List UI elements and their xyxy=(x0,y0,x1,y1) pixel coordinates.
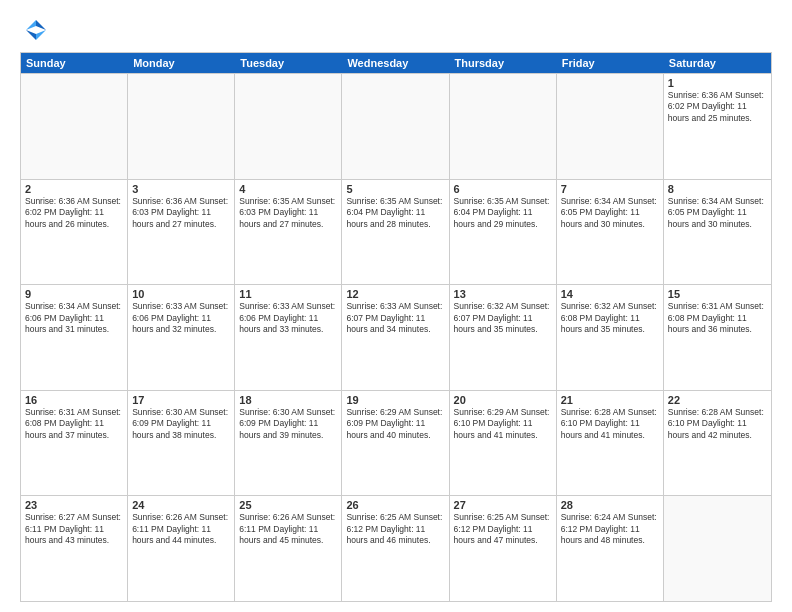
day-info: Sunrise: 6:35 AM Sunset: 6:03 PM Dayligh… xyxy=(239,196,337,230)
calendar-row: 9Sunrise: 6:34 AM Sunset: 6:06 PM Daylig… xyxy=(21,284,771,390)
calendar-cell: 24Sunrise: 6:26 AM Sunset: 6:11 PM Dayli… xyxy=(128,496,235,601)
day-info: Sunrise: 6:35 AM Sunset: 6:04 PM Dayligh… xyxy=(454,196,552,230)
day-info: Sunrise: 6:25 AM Sunset: 6:12 PM Dayligh… xyxy=(454,512,552,546)
day-info: Sunrise: 6:36 AM Sunset: 6:02 PM Dayligh… xyxy=(668,90,767,124)
calendar-cell: 5Sunrise: 6:35 AM Sunset: 6:04 PM Daylig… xyxy=(342,180,449,285)
calendar-cell: 26Sunrise: 6:25 AM Sunset: 6:12 PM Dayli… xyxy=(342,496,449,601)
weekday-header: Thursday xyxy=(450,53,557,73)
day-number: 22 xyxy=(668,394,767,406)
calendar-cell xyxy=(128,74,235,179)
day-number: 3 xyxy=(132,183,230,195)
day-info: Sunrise: 6:34 AM Sunset: 6:05 PM Dayligh… xyxy=(561,196,659,230)
header xyxy=(20,16,772,44)
day-number: 24 xyxy=(132,499,230,511)
day-info: Sunrise: 6:27 AM Sunset: 6:11 PM Dayligh… xyxy=(25,512,123,546)
calendar-cell xyxy=(450,74,557,179)
day-info: Sunrise: 6:33 AM Sunset: 6:07 PM Dayligh… xyxy=(346,301,444,335)
calendar-cell: 27Sunrise: 6:25 AM Sunset: 6:12 PM Dayli… xyxy=(450,496,557,601)
calendar-cell: 15Sunrise: 6:31 AM Sunset: 6:08 PM Dayli… xyxy=(664,285,771,390)
day-info: Sunrise: 6:25 AM Sunset: 6:12 PM Dayligh… xyxy=(346,512,444,546)
calendar-body: 1Sunrise: 6:36 AM Sunset: 6:02 PM Daylig… xyxy=(21,73,771,601)
day-number: 21 xyxy=(561,394,659,406)
day-number: 2 xyxy=(25,183,123,195)
day-info: Sunrise: 6:31 AM Sunset: 6:08 PM Dayligh… xyxy=(668,301,767,335)
calendar-cell xyxy=(235,74,342,179)
calendar-cell: 16Sunrise: 6:31 AM Sunset: 6:08 PM Dayli… xyxy=(21,391,128,496)
day-info: Sunrise: 6:31 AM Sunset: 6:08 PM Dayligh… xyxy=(25,407,123,441)
day-info: Sunrise: 6:28 AM Sunset: 6:10 PM Dayligh… xyxy=(668,407,767,441)
logo-icon xyxy=(22,16,50,44)
day-info: Sunrise: 6:24 AM Sunset: 6:12 PM Dayligh… xyxy=(561,512,659,546)
calendar-cell: 22Sunrise: 6:28 AM Sunset: 6:10 PM Dayli… xyxy=(664,391,771,496)
day-number: 16 xyxy=(25,394,123,406)
calendar-cell: 25Sunrise: 6:26 AM Sunset: 6:11 PM Dayli… xyxy=(235,496,342,601)
calendar-cell: 8Sunrise: 6:34 AM Sunset: 6:05 PM Daylig… xyxy=(664,180,771,285)
calendar-cell: 12Sunrise: 6:33 AM Sunset: 6:07 PM Dayli… xyxy=(342,285,449,390)
day-info: Sunrise: 6:29 AM Sunset: 6:10 PM Dayligh… xyxy=(454,407,552,441)
day-info: Sunrise: 6:26 AM Sunset: 6:11 PM Dayligh… xyxy=(239,512,337,546)
calendar-cell xyxy=(664,496,771,601)
calendar-cell: 28Sunrise: 6:24 AM Sunset: 6:12 PM Dayli… xyxy=(557,496,664,601)
calendar-cell: 11Sunrise: 6:33 AM Sunset: 6:06 PM Dayli… xyxy=(235,285,342,390)
day-info: Sunrise: 6:36 AM Sunset: 6:03 PM Dayligh… xyxy=(132,196,230,230)
calendar-cell: 20Sunrise: 6:29 AM Sunset: 6:10 PM Dayli… xyxy=(450,391,557,496)
calendar-cell xyxy=(342,74,449,179)
day-number: 12 xyxy=(346,288,444,300)
day-info: Sunrise: 6:30 AM Sunset: 6:09 PM Dayligh… xyxy=(132,407,230,441)
calendar-cell: 17Sunrise: 6:30 AM Sunset: 6:09 PM Dayli… xyxy=(128,391,235,496)
day-info: Sunrise: 6:29 AM Sunset: 6:09 PM Dayligh… xyxy=(346,407,444,441)
calendar-row: 23Sunrise: 6:27 AM Sunset: 6:11 PM Dayli… xyxy=(21,495,771,601)
day-info: Sunrise: 6:33 AM Sunset: 6:06 PM Dayligh… xyxy=(132,301,230,335)
day-number: 11 xyxy=(239,288,337,300)
logo xyxy=(20,16,50,44)
day-number: 19 xyxy=(346,394,444,406)
day-info: Sunrise: 6:34 AM Sunset: 6:05 PM Dayligh… xyxy=(668,196,767,230)
weekday-header: Saturday xyxy=(664,53,771,73)
calendar-cell: 21Sunrise: 6:28 AM Sunset: 6:10 PM Dayli… xyxy=(557,391,664,496)
day-number: 10 xyxy=(132,288,230,300)
calendar-cell: 3Sunrise: 6:36 AM Sunset: 6:03 PM Daylig… xyxy=(128,180,235,285)
day-number: 14 xyxy=(561,288,659,300)
calendar-cell: 9Sunrise: 6:34 AM Sunset: 6:06 PM Daylig… xyxy=(21,285,128,390)
calendar-row: 16Sunrise: 6:31 AM Sunset: 6:08 PM Dayli… xyxy=(21,390,771,496)
day-number: 26 xyxy=(346,499,444,511)
calendar-row: 2Sunrise: 6:36 AM Sunset: 6:02 PM Daylig… xyxy=(21,179,771,285)
weekday-header: Wednesday xyxy=(342,53,449,73)
day-info: Sunrise: 6:36 AM Sunset: 6:02 PM Dayligh… xyxy=(25,196,123,230)
day-number: 6 xyxy=(454,183,552,195)
day-number: 9 xyxy=(25,288,123,300)
page: SundayMondayTuesdayWednesdayThursdayFrid… xyxy=(0,0,792,612)
day-number: 17 xyxy=(132,394,230,406)
day-info: Sunrise: 6:35 AM Sunset: 6:04 PM Dayligh… xyxy=(346,196,444,230)
day-info: Sunrise: 6:32 AM Sunset: 6:08 PM Dayligh… xyxy=(561,301,659,335)
calendar-cell: 14Sunrise: 6:32 AM Sunset: 6:08 PM Dayli… xyxy=(557,285,664,390)
day-number: 23 xyxy=(25,499,123,511)
calendar-header: SundayMondayTuesdayWednesdayThursdayFrid… xyxy=(21,53,771,73)
calendar-cell: 6Sunrise: 6:35 AM Sunset: 6:04 PM Daylig… xyxy=(450,180,557,285)
weekday-header: Friday xyxy=(557,53,664,73)
calendar: SundayMondayTuesdayWednesdayThursdayFrid… xyxy=(20,52,772,602)
calendar-row: 1Sunrise: 6:36 AM Sunset: 6:02 PM Daylig… xyxy=(21,73,771,179)
day-number: 28 xyxy=(561,499,659,511)
calendar-cell: 18Sunrise: 6:30 AM Sunset: 6:09 PM Dayli… xyxy=(235,391,342,496)
day-info: Sunrise: 6:34 AM Sunset: 6:06 PM Dayligh… xyxy=(25,301,123,335)
weekday-header: Tuesday xyxy=(235,53,342,73)
day-number: 27 xyxy=(454,499,552,511)
day-number: 4 xyxy=(239,183,337,195)
calendar-cell: 23Sunrise: 6:27 AM Sunset: 6:11 PM Dayli… xyxy=(21,496,128,601)
day-number: 1 xyxy=(668,77,767,89)
weekday-header: Monday xyxy=(128,53,235,73)
day-info: Sunrise: 6:33 AM Sunset: 6:06 PM Dayligh… xyxy=(239,301,337,335)
weekday-header: Sunday xyxy=(21,53,128,73)
day-number: 18 xyxy=(239,394,337,406)
calendar-cell: 10Sunrise: 6:33 AM Sunset: 6:06 PM Dayli… xyxy=(128,285,235,390)
calendar-cell: 1Sunrise: 6:36 AM Sunset: 6:02 PM Daylig… xyxy=(664,74,771,179)
day-info: Sunrise: 6:28 AM Sunset: 6:10 PM Dayligh… xyxy=(561,407,659,441)
calendar-cell: 4Sunrise: 6:35 AM Sunset: 6:03 PM Daylig… xyxy=(235,180,342,285)
day-number: 7 xyxy=(561,183,659,195)
day-info: Sunrise: 6:26 AM Sunset: 6:11 PM Dayligh… xyxy=(132,512,230,546)
day-info: Sunrise: 6:32 AM Sunset: 6:07 PM Dayligh… xyxy=(454,301,552,335)
day-number: 5 xyxy=(346,183,444,195)
day-number: 25 xyxy=(239,499,337,511)
calendar-cell xyxy=(557,74,664,179)
